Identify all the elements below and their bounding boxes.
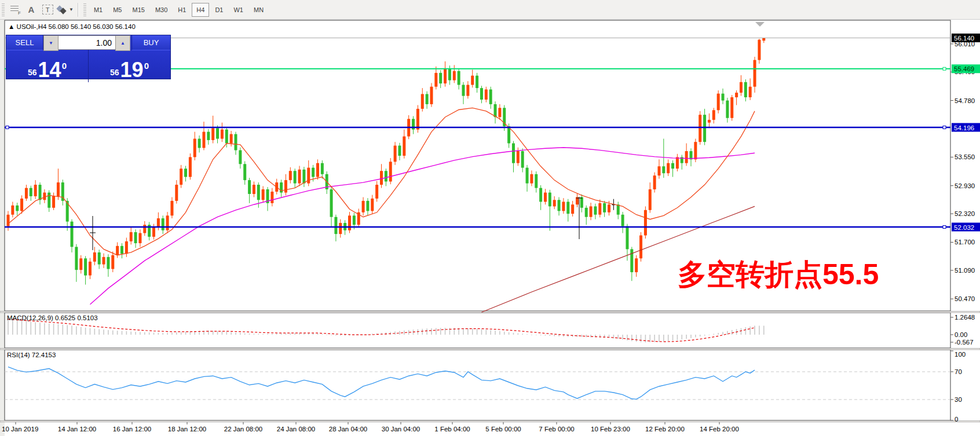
volume-input[interactable]	[58, 35, 115, 50]
rsi-axis-label: 0	[955, 416, 958, 423]
time-axis-label: 14 Feb 20:00	[700, 426, 739, 433]
shapes-icon	[57, 6, 67, 14]
price-axis-label: 53.550	[955, 153, 975, 160]
timeframe-button-w1[interactable]: W1	[229, 3, 248, 17]
chevron-down-icon: ▼	[69, 7, 74, 12]
shapes-tool-button[interactable]: ▼	[56, 2, 74, 17]
line-handle[interactable]	[943, 67, 946, 70]
sell-price-sup: 0	[62, 61, 67, 71]
macd-axis-label: 1.2648	[955, 314, 975, 321]
symbol-ohlc-header: ▲ USOil-,H4 56.080 56.140 56.030 56.140	[8, 23, 136, 30]
line-handle[interactable]	[6, 126, 9, 129]
price-axis-label: 50.470	[955, 295, 975, 302]
text-style-button[interactable]: A	[24, 2, 39, 17]
macd-axis-label: -0.567	[955, 339, 974, 346]
buy-price-sup: 0	[144, 61, 149, 71]
timeframe-button-h1[interactable]: H1	[173, 3, 191, 17]
time-axis-label: 14 Jan 12:00	[58, 426, 97, 433]
time-axis-label: 1 Feb 04:00	[434, 426, 470, 433]
rsi-axis-label: 100	[955, 351, 966, 358]
grid-dots-icon: F	[10, 6, 20, 13]
line-handle[interactable]	[943, 126, 946, 129]
sell-price-small: 56	[28, 68, 37, 77]
buy-price-big: 19	[120, 61, 144, 79]
timeframe-button-h4[interactable]: H4	[192, 3, 209, 17]
time-axis-label: 7 Feb 00:00	[539, 426, 574, 433]
line-handle[interactable]	[943, 226, 946, 229]
timeframe-button-mn[interactable]: MN	[249, 3, 268, 17]
letter-a-icon: A	[28, 5, 35, 14]
pane-splitter[interactable]	[0, 312, 980, 313]
time-axis-label: 22 Jan 08:00	[224, 426, 263, 433]
timeframe-group: M1M5M15M30H1H4D1W1MN	[89, 3, 269, 17]
rsi-axis-label: 30	[955, 396, 962, 403]
buy-button[interactable]: BUY	[131, 35, 170, 50]
one-click-trade-panel: SELL ▼ ▲ BUY 56 14 0 56 19 0	[6, 35, 171, 79]
price-axis-label: 51.700	[955, 239, 975, 246]
text-label-button[interactable]: T	[40, 2, 55, 17]
time-axis-label: 24 Jan 08:00	[277, 426, 316, 433]
sell-button[interactable]: SELL	[6, 35, 43, 50]
toolbar-grip[interactable]	[2, 3, 5, 16]
pane-splitter[interactable]	[0, 349, 980, 350]
price-axis-label: 52.930	[955, 182, 975, 189]
left-window-border	[0, 19, 5, 436]
toolbar: F A T ▼ M1M5M15M30H1H4D1W1MN	[0, 0, 980, 20]
time-axis-label: 16 Jan 12:00	[113, 426, 152, 433]
rsi-label: RSI(14) 72.4153	[7, 351, 56, 358]
price-axis-label: 51.090	[955, 267, 975, 274]
time-axis-label: 18 Jan 12:00	[168, 426, 207, 433]
buy-price-small: 56	[110, 68, 119, 77]
time-axis-label: 28 Jan 04:00	[329, 426, 368, 433]
buy-price-display[interactable]: 56 19 0	[89, 50, 170, 82]
toolbar-grip[interactable]	[83, 3, 86, 16]
timeframe-button-m1[interactable]: M1	[89, 3, 107, 17]
volume-decrease-button[interactable]: ▼	[43, 35, 58, 51]
time-axis-label: 12 Feb 20:00	[645, 426, 685, 433]
price-badge-label: 56.140	[954, 35, 974, 42]
time-axis-label: 30 Jan 04:00	[382, 426, 420, 433]
toolbar-separator	[78, 3, 79, 17]
macd-label: MACD(12,26,9) 0.6525 0.5103	[7, 314, 98, 321]
sell-price-display[interactable]: 56 14 0	[6, 50, 89, 82]
rsi-axis-label: 70	[955, 368, 962, 375]
sell-price-big: 14	[38, 61, 61, 79]
macd-axis-label: 0.00	[955, 331, 967, 338]
time-axis-label: 10 Feb 23:00	[591, 426, 630, 433]
chinese-annotation-text: 多空转折点55.5	[678, 258, 879, 291]
price-axis-label: 54.780	[955, 97, 975, 104]
volume-increase-button[interactable]: ▲	[115, 35, 130, 51]
pane-splitter[interactable]	[0, 421, 980, 423]
price-badge-label: 55.469	[954, 65, 974, 72]
time-axis-label: 10 Jan 2019	[2, 426, 38, 433]
time-axis-label: 5 Feb 00:00	[485, 426, 521, 433]
timeframe-button-d1[interactable]: D1	[210, 3, 228, 17]
timeframe-button-m5[interactable]: M5	[108, 3, 126, 17]
price-badge-label: 52.032	[954, 224, 974, 231]
price-badge-label: 54.196	[954, 124, 974, 131]
timeframe-button-m30[interactable]: M30	[151, 3, 172, 17]
timeframe-button-m15[interactable]: M15	[127, 3, 149, 17]
mt4-window: 56.01055.40054.78053.55052.93052.32051.7…	[0, 0, 980, 436]
price-axis-label: 52.320	[955, 210, 975, 217]
letter-t-icon: T	[42, 5, 53, 14]
chart-grid-f-icon[interactable]: F	[8, 2, 23, 17]
